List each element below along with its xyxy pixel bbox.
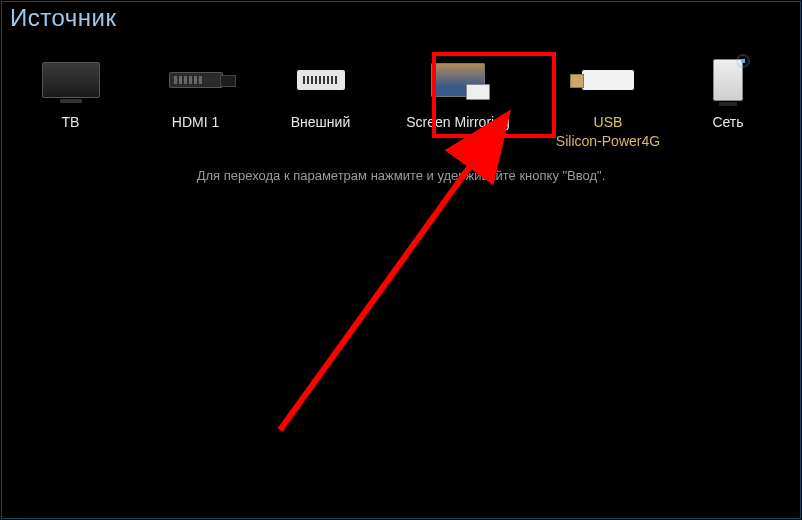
source-label: Сеть xyxy=(683,114,773,131)
network-icon xyxy=(713,59,743,101)
external-port-icon xyxy=(297,70,345,90)
usb-drive-icon xyxy=(582,70,634,90)
source-list: ТВ HDMI 1 Внешний Screen Mirroring USB S… xyxy=(0,52,802,172)
source-label: USB xyxy=(533,114,683,131)
source-item-usb[interactable]: USB Silicon-Power4G xyxy=(533,52,683,149)
source-label: Screen Mirroring xyxy=(383,114,533,131)
source-label: ТВ xyxy=(8,114,133,131)
hdmi-icon xyxy=(169,72,223,88)
source-label: Внешний xyxy=(258,114,383,131)
source-item-screen-mirroring[interactable]: Screen Mirroring xyxy=(383,52,533,131)
page-title: Источник xyxy=(10,4,116,32)
screen-mirroring-icon xyxy=(431,63,485,97)
source-item-hdmi1[interactable]: HDMI 1 xyxy=(133,52,258,131)
source-label: HDMI 1 xyxy=(133,114,258,131)
source-item-tv[interactable]: ТВ xyxy=(8,52,133,131)
source-item-external[interactable]: Внешний xyxy=(258,52,383,131)
hint-text: Для перехода к параметрам нажмите и удер… xyxy=(0,168,802,183)
source-item-network[interactable]: Сеть xyxy=(683,52,773,131)
source-sublabel: Silicon-Power4G xyxy=(533,133,683,149)
tv-icon xyxy=(42,62,100,98)
